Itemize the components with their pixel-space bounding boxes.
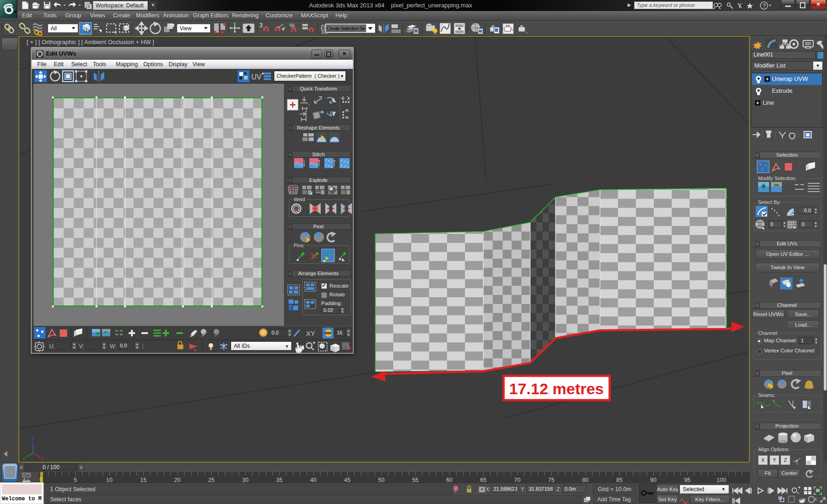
svg-text:17.12 metres: 17.12 metres <box>509 380 604 397</box>
svg-text:100: 100 <box>717 477 726 483</box>
svg-text:95: 95 <box>684 477 691 483</box>
svg-text:65: 65 <box>480 477 487 483</box>
svg-text:5: 5 <box>74 477 77 483</box>
svg-text:35: 35 <box>276 477 283 483</box>
svg-text:10: 10 <box>106 477 113 483</box>
svg-text:25: 25 <box>208 477 215 483</box>
svg-text:55: 55 <box>412 477 419 483</box>
svg-text:?: ? <box>763 3 766 9</box>
svg-text:90: 90 <box>650 477 657 483</box>
svg-text:y: y <box>23 455 25 460</box>
svg-text:85: 85 <box>616 477 623 483</box>
svg-text:All: All <box>51 25 57 32</box>
svg-text:View: View <box>180 25 192 32</box>
svg-text:20: 20 <box>174 477 181 483</box>
svg-text:80: 80 <box>582 477 589 483</box>
svg-text:40: 40 <box>310 477 317 483</box>
svg-text:50: 50 <box>378 477 385 483</box>
svg-text:UV: UV <box>251 73 262 81</box>
svg-text:60: 60 <box>446 477 453 483</box>
svg-text:30: 30 <box>242 477 249 483</box>
svg-text:Create Selection Se: Create Selection Se <box>327 26 365 31</box>
svg-text:XY: XY <box>306 329 315 337</box>
svg-text:z: z <box>31 437 34 442</box>
svg-text:45: 45 <box>344 477 351 483</box>
svg-text:3: 3 <box>259 22 263 29</box>
svg-text:15: 15 <box>140 477 147 483</box>
svg-text:75: 75 <box>548 477 555 483</box>
svg-text:x: x <box>41 456 44 461</box>
svg-text:70: 70 <box>514 477 521 483</box>
